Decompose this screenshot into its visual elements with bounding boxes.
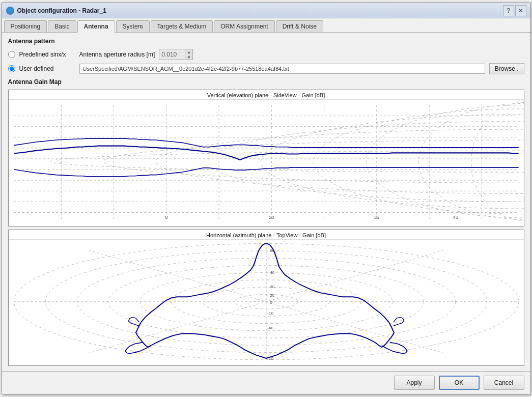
- tab-system[interactable]: System: [116, 20, 150, 32]
- predefined-radio-row: Predefined sinx/x Antenna aperture radiu…: [8, 49, 524, 60]
- svg-text:-10: -10: [267, 311, 274, 316]
- footer: Apply OK Cancel: [2, 371, 530, 394]
- cancel-button[interactable]: Cancel: [484, 376, 524, 390]
- aperture-spin-down[interactable]: ▼: [185, 54, 192, 60]
- charts-area: Vertical (elevation) plane - SideView - …: [8, 90, 524, 366]
- predefined-label: Predefined sinx/x: [19, 51, 75, 58]
- antenna-pattern-label: Antenna pattern: [8, 38, 524, 45]
- antenna-gain-section: Antenna Gain Map Vertical (elevation) pl…: [8, 78, 524, 366]
- vertical-chart-title: Vertical (elevation) plane - SideView - …: [9, 90, 524, 100]
- browse-button[interactable]: Browse .: [489, 63, 524, 74]
- window-controls: ? ✕: [503, 5, 526, 16]
- antenna-gain-label: Antenna Gain Map: [8, 78, 524, 86]
- horizontal-chart-title: Horizontal (azimuth) plane - TopView - G…: [9, 230, 524, 240]
- title-bar: 🌐 Object configuration - Radar_1 ? ✕: [2, 3, 530, 18]
- apply-button[interactable]: Apply: [394, 376, 435, 390]
- svg-text:45: 45: [453, 214, 458, 220]
- main-window: 🌐 Object configuration - Radar_1 ? ✕ Pos…: [2, 3, 531, 394]
- ok-button[interactable]: OK: [439, 376, 480, 390]
- antenna-pattern-section: Antenna pattern Predefined sinx/x Antenn…: [8, 38, 524, 74]
- horizontal-chart-container: Horizontal (azimuth) plane - TopView - G…: [8, 230, 524, 366]
- aperture-input[interactable]: [159, 50, 185, 59]
- close-button[interactable]: ✕: [515, 5, 526, 16]
- vertical-chart: 0 20 35 45: [9, 100, 524, 223]
- aperture-spin: ▲ ▼: [185, 49, 192, 60]
- tab-bar: Positioning Basic Antenna System Targets…: [2, 18, 530, 33]
- horizontal-chart: 60 40 30 20 0 -10 -40 -10: [9, 240, 524, 363]
- aperture-spin-up[interactable]: ▲: [185, 49, 192, 54]
- vertical-chart-container: Vertical (elevation) plane - SideView - …: [8, 90, 524, 226]
- file-path-input[interactable]: [79, 64, 485, 74]
- svg-text:-40: -40: [267, 326, 274, 330]
- aperture-label: Antenna aperture radius [m]: [79, 51, 155, 58]
- svg-text:0: 0: [270, 300, 272, 305]
- tab-positioning[interactable]: Positioning: [4, 20, 47, 32]
- app-icon: 🌐: [6, 7, 14, 15]
- window-title: Object configuration - Radar_1: [17, 7, 503, 14]
- svg-text:20: 20: [270, 293, 275, 298]
- predefined-radio[interactable]: [8, 51, 15, 58]
- main-content: Antenna pattern Predefined sinx/x Antenn…: [2, 33, 530, 371]
- svg-text:0: 0: [165, 214, 167, 220]
- user-defined-label: User defined: [19, 65, 75, 72]
- aperture-input-wrap: ▲ ▼: [159, 49, 193, 60]
- tab-drift-noise[interactable]: Drift & Noise: [276, 20, 323, 32]
- tab-basic[interactable]: Basic: [48, 20, 76, 32]
- tab-targets-medium[interactable]: Targets & Medium: [151, 20, 213, 32]
- user-defined-radio[interactable]: [8, 65, 15, 72]
- svg-text:30: 30: [270, 285, 275, 289]
- tab-orm-assignment[interactable]: ORM Assignment: [214, 20, 274, 32]
- svg-text:35: 35: [374, 214, 379, 220]
- svg-text:20: 20: [269, 214, 274, 220]
- svg-rect-0: [9, 100, 524, 223]
- svg-text:40: 40: [270, 270, 275, 274]
- tab-antenna[interactable]: Antenna: [77, 20, 115, 33]
- user-defined-row: User defined Browse .: [8, 63, 524, 74]
- help-button[interactable]: ?: [503, 5, 514, 16]
